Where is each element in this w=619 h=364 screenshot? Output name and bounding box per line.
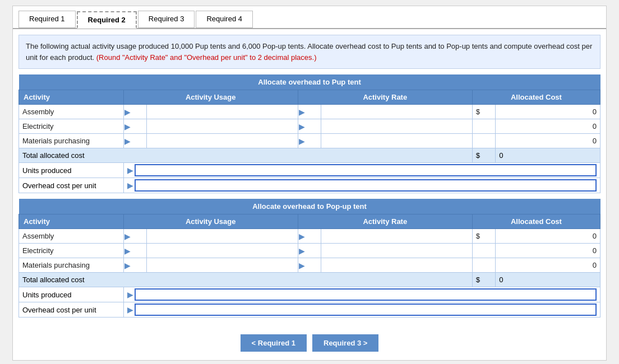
pup-materials-rate-input-cell[interactable] (321, 134, 473, 148)
popup-materials-value: 0 (496, 258, 600, 273)
pup-materials-rate-arrow-icon: ▶ (299, 137, 305, 146)
pup-electricity-row: Electricity ▶ ▶ (19, 119, 600, 134)
popup-electricity-usage-input-cell[interactable] (147, 244, 298, 258)
pup-units-label: Units produced (19, 163, 124, 178)
pup-materials-usage-arrow-cell: ▶ (123, 134, 146, 148)
pup-overhead-arrow-icon: ▶ (127, 181, 133, 190)
pup-assembly-rate-arrow-icon: ▶ (299, 108, 305, 116)
pup-assembly-usage-input[interactable] (147, 106, 297, 118)
nav-buttons: < Required 1 Required 3 > (13, 329, 606, 360)
popup-total-dollar: $ (472, 273, 495, 287)
popup-assembly-rate-input[interactable] (322, 231, 472, 242)
tab-required-1[interactable]: Required 1 (19, 11, 76, 28)
pup-units-row: Units produced ▶ (19, 163, 600, 178)
pup-units-arrow-icon: ▶ (127, 166, 133, 175)
popup-units-input[interactable] (135, 288, 597, 301)
pup-electricity-rate-arrow-cell: ▶ (298, 119, 321, 134)
popup-electricity-rate-input[interactable] (322, 245, 472, 256)
popup-materials-rate-arrow-cell: ▶ (298, 258, 321, 273)
tab-required-4[interactable]: Required 4 (196, 11, 253, 28)
pup-overhead-label: Overhead cost per unit (19, 178, 124, 193)
popup-assembly-dollar: $ (472, 229, 495, 244)
pup-overhead-input-cell[interactable]: ▶ (123, 178, 600, 193)
tab-required-3[interactable]: Required 3 (138, 11, 195, 28)
pup-materials-label: Materials purchasing (19, 134, 124, 148)
pup-total-label: Total allocated cost (19, 148, 473, 163)
popup-materials-rate-input[interactable] (322, 260, 472, 271)
popup-units-label: Units produced (19, 287, 124, 302)
popup-overhead-label: Overhead cost per unit (19, 302, 124, 318)
popup-materials-usage-input-cell[interactable] (147, 258, 298, 273)
pup-section-header: Allocate overhead to Pup tent (19, 74, 600, 90)
popup-units-arrow-icon: ▶ (127, 290, 133, 299)
pup-overhead-input[interactable] (135, 179, 597, 192)
popup-overhead-input[interactable] (135, 304, 597, 316)
pup-units-input[interactable] (135, 164, 597, 176)
pup-assembly-row: Assembly ▶ ▶ (19, 105, 600, 119)
popup-units-input-cell[interactable]: ▶ (123, 287, 600, 302)
pup-electricity-usage-input[interactable] (147, 121, 297, 132)
pup-materials-rate-arrow-cell: ▶ (298, 134, 321, 148)
popup-overhead-input-cell[interactable]: ▶ (123, 302, 600, 318)
popup-assembly-usage-input[interactable] (147, 231, 297, 242)
popup-electricity-usage-input[interactable] (147, 245, 297, 256)
pup-materials-usage-input[interactable] (147, 136, 297, 147)
popup-total-label: Total allocated cost (19, 273, 473, 287)
popup-materials-usage-arrow-icon: ▶ (124, 261, 131, 270)
pup-assembly-usage-arrow-icon: ▶ (124, 108, 131, 116)
prev-button[interactable]: < Required 1 (241, 334, 307, 352)
popup-materials-usage-input[interactable] (147, 260, 297, 271)
popup-units-row: Units produced ▶ (19, 287, 600, 302)
pup-electricity-usage-input-cell[interactable] (147, 119, 298, 134)
pup-materials-usage-input-cell[interactable] (147, 134, 298, 148)
popup-materials-usage-arrow-cell: ▶ (123, 258, 146, 273)
pup-units-input-cell[interactable]: ▶ (123, 163, 600, 178)
main-container: Required 1 Required 2 Required 3 Require… (12, 6, 607, 361)
pup-total-row: Total allocated cost $ 0 (19, 148, 600, 163)
popup-assembly-rate-arrow-cell: ▶ (298, 229, 321, 244)
popup-col-activity: Activity (19, 214, 124, 229)
popup-assembly-rate-input-cell[interactable] (321, 229, 473, 244)
popup-materials-rate-input-cell[interactable] (321, 258, 473, 273)
popup-electricity-rate-input-cell[interactable] (321, 244, 473, 258)
popup-electricity-row: Electricity ▶ ▶ (19, 244, 600, 258)
popup-assembly-usage-input-cell[interactable] (147, 229, 298, 244)
next-button[interactable]: Required 3 > (312, 334, 378, 352)
pup-electricity-usage-arrow-cell: ▶ (123, 119, 146, 134)
popup-materials-row: Materials purchasing ▶ ▶ (19, 258, 600, 273)
pup-col-cost: Allocated Cost (472, 90, 600, 105)
pup-total-dollar: $ (472, 148, 495, 163)
popup-assembly-rate-arrow-icon: ▶ (299, 232, 305, 241)
pup-electricity-value: 0 (496, 119, 600, 134)
popup-electricity-label: Electricity (19, 244, 124, 258)
pup-assembly-label: Assembly (19, 105, 124, 119)
pup-assembly-usage-input-cell[interactable] (147, 105, 298, 119)
pup-electricity-rate-input[interactable] (322, 121, 472, 132)
popup-electricity-dollar (472, 244, 495, 258)
pup-total-value: 0 (496, 148, 600, 163)
pup-assembly-usage-arrow: ▶ (123, 105, 146, 119)
tab-required-2[interactable]: Required 2 (77, 11, 137, 29)
popup-section-header: Allocate overhead to Pop-up tent (19, 199, 600, 214)
pup-electricity-rate-input-cell[interactable] (321, 119, 473, 134)
popup-assembly-usage-arrow-icon: ▶ (124, 232, 131, 241)
pup-materials-value: 0 (496, 134, 600, 148)
popup-electricity-value: 0 (496, 244, 600, 258)
pup-col-rate: Activity Rate (298, 90, 472, 105)
pup-col-usage: Activity Usage (123, 90, 298, 105)
pup-assembly-rate-input[interactable] (322, 106, 472, 118)
pup-materials-rate-input[interactable] (322, 136, 472, 147)
popup-tent-table: Allocate overhead to Pop-up tent Activit… (19, 199, 600, 318)
popup-assembly-row: Assembly ▶ ▶ (19, 229, 600, 244)
pup-materials-row: Materials purchasing ▶ ▶ (19, 134, 600, 148)
pup-electricity-label: Electricity (19, 119, 124, 134)
popup-assembly-usage-arrow-cell: ▶ (123, 229, 146, 244)
popup-col-rate: Activity Rate (298, 214, 472, 229)
pup-assembly-value: 0 (496, 105, 600, 119)
pup-materials-usage-arrow-icon: ▶ (124, 137, 131, 146)
popup-assembly-label: Assembly (19, 229, 124, 244)
popup-electricity-usage-arrow-cell: ▶ (123, 244, 146, 258)
pup-assembly-rate-input-cell[interactable] (321, 105, 473, 119)
popup-overhead-arrow-icon: ▶ (127, 305, 133, 314)
tab-bar: Required 1 Required 2 Required 3 Require… (13, 6, 606, 29)
